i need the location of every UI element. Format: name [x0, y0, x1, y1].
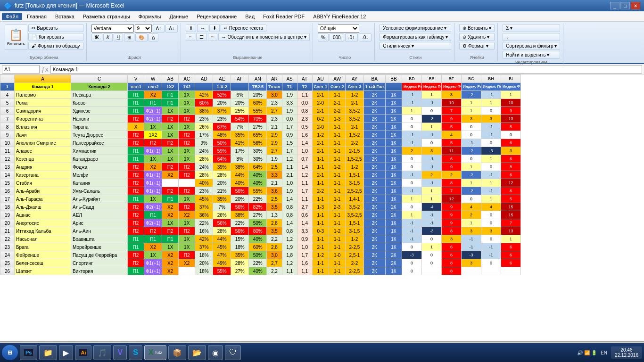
cell-au-12[interactable]: 1-1 [312, 155, 329, 163]
cell-ac-17[interactable]: 1Х [179, 195, 195, 203]
cell-ae-17[interactable]: 35% [213, 195, 231, 203]
cell-a-26[interactable]: Шаткит [15, 267, 71, 275]
cell-at-24[interactable]: 1,7 [297, 251, 312, 259]
cell-bb-14[interactable]: 1К [385, 171, 402, 179]
cell-an-14[interactable]: 40% [249, 171, 267, 179]
cell-at-26[interactable]: 1,1 [297, 267, 312, 275]
menu-formulas[interactable]: Формулы [135, 13, 165, 20]
cell-bf-4[interactable]: 3 [441, 91, 461, 99]
cell-ac-14[interactable]: П2 [179, 171, 195, 179]
col-header-ae[interactable]: AE [213, 75, 231, 83]
cell-au-16[interactable]: 2-2 [312, 187, 329, 195]
cell-a-6[interactable]: Сампдория [15, 107, 71, 115]
cell-bf-15[interactable]: 8 [441, 179, 461, 187]
cell-bg-24[interactable]: -3 [461, 251, 481, 259]
cell-aw-20[interactable]: 1-1 [329, 219, 345, 227]
cell-au-25[interactable]: 1-1 [312, 259, 329, 267]
cell-at-17[interactable]: 1,1 [297, 195, 312, 203]
cell-af-26[interactable]: 27% [231, 267, 249, 275]
cell-at-11[interactable]: 1,0 [297, 147, 312, 155]
delete-cell-button[interactable]: ⊖ Удалить ▾ [459, 33, 495, 41]
cell-aw-15[interactable]: 1-1 [329, 179, 345, 187]
cell-ad-13[interactable]: 24% [195, 163, 213, 171]
cell-bb-6[interactable]: 1К [385, 107, 402, 115]
col-header-bd[interactable]: BD [402, 75, 421, 83]
cell-af-16[interactable]: 56% [231, 187, 249, 195]
cell-af-7[interactable]: 54% [231, 115, 249, 123]
cell-au-17[interactable]: 1-1 [312, 195, 329, 203]
cell-ar-4[interactable]: 3,0 [267, 91, 282, 99]
cell-bi-6[interactable]: 9 [501, 107, 520, 115]
cell-bh-15[interactable]: 1 [481, 179, 501, 187]
cell-bf-19[interactable]: 9 [441, 211, 461, 219]
cell-ac-9[interactable]: П2 [179, 131, 195, 139]
maximize-button[interactable]: □ [620, 2, 630, 9]
cell-as-25[interactable]: 1,2 [282, 259, 297, 267]
cell-w-21[interactable]: П2 [144, 227, 162, 235]
cell-a-7[interactable]: Фиорентина [15, 115, 71, 123]
cell-as-14[interactable]: 2,1 [282, 171, 297, 179]
cell-bh-16[interactable]: -1 [481, 187, 501, 195]
cell-bd-7[interactable]: 0 [402, 115, 421, 123]
underline-button[interactable]: Ч [114, 33, 124, 41]
cell-ad-24[interactable]: 18% [195, 251, 213, 259]
cell-c-12[interactable]: Катандзаро [71, 155, 128, 163]
cell-ay-12[interactable]: 1,5-2,5 [346, 155, 363, 163]
cell-ba-18[interactable]: 2К [363, 203, 385, 211]
cell-bb-4[interactable]: 1К [385, 91, 402, 99]
col-header-an[interactable]: AN [249, 75, 267, 83]
cell-v-15[interactable]: П2 [128, 179, 144, 187]
cell-bb-12[interactable]: 1К [385, 155, 402, 163]
cell-bg-9[interactable]: 0 [461, 131, 481, 139]
cell-w1[interactable]: тест2 [144, 83, 162, 91]
cell-be-23[interactable]: 1 [421, 243, 441, 251]
cell-au-23[interactable]: 2-1 [312, 243, 329, 251]
cell-ar-8[interactable]: 2,1 [267, 123, 282, 131]
cell-an-25[interactable]: 22% [249, 259, 267, 267]
cell-ay-26[interactable]: 2-2,5 [346, 267, 363, 275]
cell-bd-4[interactable]: -1 [402, 91, 421, 99]
cell-au-6[interactable]: 2-1 [312, 107, 329, 115]
cell-an-16[interactable]: 55% [249, 187, 267, 195]
cell-bi-17[interactable]: 5 [501, 195, 520, 203]
cell-au-20[interactable]: 1-1 [312, 219, 329, 227]
cell-bh-19[interactable]: 0 [481, 211, 501, 219]
cell-af-9[interactable]: 35% [231, 131, 249, 139]
cell-bf-10[interactable]: 5 [441, 139, 461, 147]
cell-bb-8[interactable]: 1К [385, 123, 402, 131]
cell-a-13[interactable]: Андрия [15, 163, 71, 171]
cell-c-10[interactable]: Пансеррайкос [71, 139, 128, 147]
cell-bb-22[interactable]: 1К [385, 235, 402, 243]
cell-ac-22[interactable]: 1Х [179, 235, 195, 243]
cell-v1[interactable]: тест1 [128, 83, 144, 91]
cell-w-26[interactable]: Ф1(+1) [144, 267, 162, 275]
cell-w-16[interactable]: Ф1(+1) [144, 187, 162, 195]
cell-v-5[interactable]: П1 [128, 99, 144, 107]
close-button[interactable]: ✕ [631, 2, 640, 9]
cell-bf-26[interactable]: 8 [441, 267, 461, 275]
cell-bi-11[interactable]: 3 [501, 147, 520, 155]
cell-bg-14[interactable]: -2 [461, 171, 481, 179]
cell-ar-10[interactable]: 2,9 [267, 139, 282, 147]
cell-c-22[interactable]: Боавишта [71, 235, 128, 243]
cell-as-7[interactable]: 0,0 [282, 115, 297, 123]
cell-bd-15[interactable]: 0 [402, 179, 421, 187]
cell-bh-8[interactable]: -1 [481, 123, 501, 131]
cell-af1[interactable] [231, 83, 249, 91]
decrease-decimal-button[interactable]: .0↓ [359, 33, 372, 41]
cell-w-23[interactable]: Х2 [144, 243, 162, 251]
find-select-button[interactable]: Найти и выделить ▾ [503, 51, 560, 59]
cell-bb-19[interactable]: 2К [385, 211, 402, 219]
cell-an-7[interactable]: 70% [249, 115, 267, 123]
cell-bb-26[interactable]: 1К [385, 267, 402, 275]
cell-aw-18[interactable]: 2-3 [329, 203, 345, 211]
cell-v-25[interactable]: П2 [128, 259, 144, 267]
cell-a-19[interactable]: Ашнас [15, 211, 71, 219]
cell-ad-20[interactable]: 22% [195, 219, 213, 227]
cell-bh-7[interactable]: 3 [481, 115, 501, 123]
cell-bi-23[interactable]: 6 [501, 243, 520, 251]
cell-au-24[interactable]: 1-2 [312, 251, 329, 259]
cell-ba1[interactable]: 1-ый Гол [363, 83, 385, 91]
cell-bb-18[interactable]: 2К [385, 203, 402, 211]
cell-aw-11[interactable]: 1-1 [329, 147, 345, 155]
